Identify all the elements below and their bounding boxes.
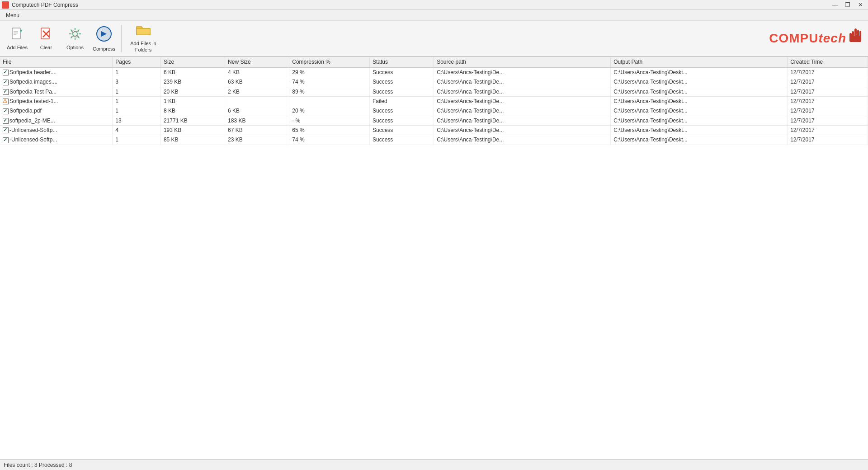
cell-status: Success: [370, 125, 434, 135]
logo-text: COMPUtech: [769, 31, 846, 46]
app-title: Computech PDF Compress: [12, 2, 78, 8]
file-checkbox[interactable]: [3, 137, 9, 143]
table-header-row: File Pages Size New Size Compression % S…: [0, 57, 868, 67]
table-row[interactable]: Softpedia header....16 KB4 KB29 %Success…: [0, 67, 868, 77]
cell-output: C:\Users\Anca-Testing\Deskt...: [611, 87, 788, 96]
col-header-output: Output Path: [611, 57, 788, 67]
compress-button[interactable]: Compress: [90, 23, 118, 54]
cell-status: Success: [370, 135, 434, 145]
cell-source: C:\Users\Anca-Testing\De...: [434, 125, 611, 135]
cell-size: 6 KB: [160, 67, 225, 77]
cell-size: 239 KB: [160, 77, 225, 87]
cell-file: -Unlicensed-Softp...: [0, 135, 113, 145]
cell-created: 12/7/2017: [788, 125, 868, 135]
cell-output: C:\Users\Anca-Testing\Deskt...: [611, 135, 788, 145]
cell-output: C:\Users\Anca-Testing\Deskt...: [611, 125, 788, 135]
logo-area: COMPUtech: [769, 28, 864, 49]
file-name: Softpedia.pdf: [9, 108, 42, 114]
table-row[interactable]: Softpedia images....3239 KB63 KB74 %Succ…: [0, 77, 868, 87]
cell-compression: [289, 96, 370, 106]
app-icon: [2, 1, 9, 9]
cell-newsize: [225, 96, 289, 106]
file-checkbox[interactable]: [3, 108, 9, 114]
add-files-in-folders-label: Add Files in Folders: [127, 41, 160, 52]
cell-status: Failed: [370, 96, 434, 106]
title-bar-left: Computech PDF Compress: [2, 1, 78, 9]
col-header-status: Status: [370, 57, 434, 67]
file-checkbox[interactable]: [3, 118, 9, 124]
svg-line-16: [78, 29, 80, 31]
file-checkbox[interactable]: [3, 70, 9, 75]
cell-newsize: 23 KB: [225, 135, 289, 145]
cell-pages: 1: [113, 135, 161, 145]
cell-created: 12/7/2017: [788, 116, 868, 125]
cell-source: C:\Users\Anca-Testing\De...: [434, 106, 611, 116]
file-name: Softpedia header....: [9, 69, 57, 75]
clear-icon: [39, 27, 53, 43]
title-bar-controls: — ❐ ✕: [829, 0, 866, 10]
cell-newsize: 183 KB: [225, 116, 289, 125]
compress-label: Compress: [93, 46, 115, 52]
add-files-in-folders-button[interactable]: Add Files in Folders: [125, 23, 161, 54]
cell-status: Success: [370, 67, 434, 77]
file-checkbox[interactable]: [3, 89, 9, 95]
cell-source: C:\Users\Anca-Testing\De...: [434, 96, 611, 106]
cell-status: Success: [370, 87, 434, 96]
cell-created: 12/7/2017: [788, 96, 868, 106]
col-header-source: Source path: [434, 57, 611, 67]
maximize-button[interactable]: ❐: [842, 0, 854, 10]
table-row[interactable]: Softpedia Test Pa...120 KB2 KB89 %Succes…: [0, 87, 868, 96]
svg-point-20: [72, 31, 74, 33]
table-row[interactable]: softpedia_2p-ME...1321771 KB183 KB- %Suc…: [0, 116, 868, 125]
cell-newsize: 6 KB: [225, 106, 289, 116]
cell-status: Success: [370, 77, 434, 87]
cell-file: Softpedia.pdf: [0, 106, 113, 116]
table-row[interactable]: Softpedia tested-1...11 KBFailedC:\Users…: [0, 96, 868, 106]
cell-pages: 3: [113, 77, 161, 87]
compress-icon: [96, 26, 112, 44]
cell-size: 85 KB: [160, 135, 225, 145]
cell-size: 1 KB: [160, 96, 225, 106]
table-row[interactable]: -Unlicensed-Softp...4193 KB67 KB65 %Succ…: [0, 125, 868, 135]
cell-created: 12/7/2017: [788, 106, 868, 116]
close-button[interactable]: ✕: [854, 0, 866, 10]
col-header-file: File: [0, 57, 113, 67]
table-body: Softpedia header....16 KB4 KB29 %Success…: [0, 67, 868, 145]
status-text: Files count : 8 Processed : 8: [4, 462, 72, 468]
svg-point-21: [76, 35, 78, 37]
cell-size: 20 KB: [160, 87, 225, 96]
file-checkbox[interactable]: [3, 80, 9, 85]
cell-pages: 1: [113, 106, 161, 116]
cell-created: 12/7/2017: [788, 87, 868, 96]
file-name: -Unlicensed-Softp...: [9, 136, 57, 143]
menu-bar: Menu: [0, 10, 868, 21]
table-row[interactable]: -Unlicensed-Softp...185 KB23 KB74 %Succe…: [0, 135, 868, 145]
svg-rect-0: [12, 28, 20, 39]
clear-button[interactable]: Clear: [33, 23, 60, 54]
options-button[interactable]: Options: [61, 23, 89, 54]
cell-output: C:\Users\Anca-Testing\Deskt...: [611, 116, 788, 125]
add-files-button[interactable]: Add Files: [4, 23, 31, 54]
cell-compression: 74 %: [289, 135, 370, 145]
file-name: softpedia_2p-ME...: [9, 118, 55, 124]
col-header-size: Size: [160, 57, 225, 67]
cell-compression: 74 %: [289, 77, 370, 87]
col-header-newsize: New Size: [225, 57, 289, 67]
menu-button[interactable]: Menu: [2, 11, 24, 20]
cell-status: Success: [370, 106, 434, 116]
file-checkbox[interactable]: [3, 99, 9, 104]
cell-file: softpedia_2p-ME...: [0, 116, 113, 125]
cell-pages: 1: [113, 87, 161, 96]
cell-file: Softpedia images....: [0, 77, 113, 87]
table-row[interactable]: Softpedia.pdf18 KB6 KB20 %SuccessC:\User…: [0, 106, 868, 116]
cell-file: -Unlicensed-Softp...: [0, 125, 113, 135]
cell-pages: 1: [113, 67, 161, 77]
toolbar: Add Files Clear: [0, 21, 868, 57]
file-checkbox[interactable]: [3, 127, 9, 133]
cell-size: 21771 KB: [160, 116, 225, 125]
title-bar: Computech PDF Compress — ❐ ✕: [0, 0, 868, 10]
svg-line-14: [71, 29, 73, 31]
cell-output: C:\Users\Anca-Testing\Deskt...: [611, 77, 788, 87]
minimize-button[interactable]: —: [829, 0, 841, 10]
options-icon: [68, 27, 82, 43]
